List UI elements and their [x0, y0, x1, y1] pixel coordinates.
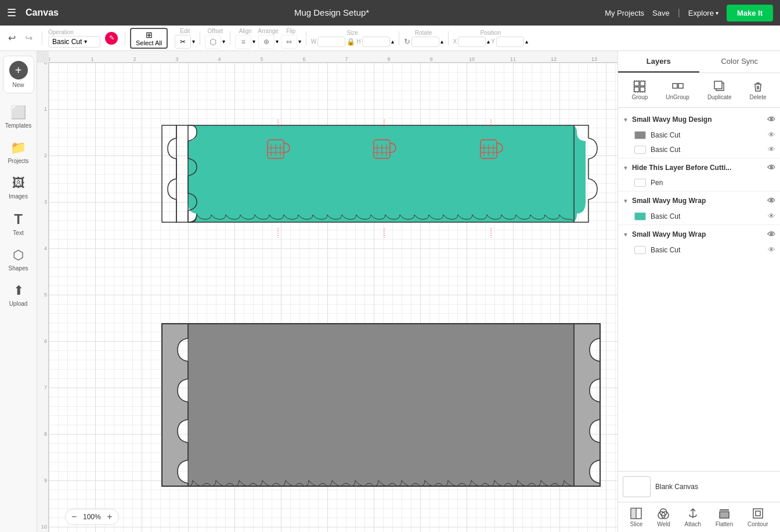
- arrange-button[interactable]: ⊕ ▾: [258, 35, 279, 49]
- eye-icon[interactable]: 👁: [767, 196, 775, 205]
- chevron-down-icon[interactable]: ▾: [252, 38, 255, 45]
- layer-item-basic-cut-1[interactable]: Basic Cut 👁: [618, 128, 780, 142]
- chevron-down-icon: ▼: [623, 198, 629, 204]
- layer-group-header-mug-design[interactable]: ▼ Small Wavy Mug Design 👁: [618, 111, 780, 128]
- redo-button[interactable]: ↪: [21, 30, 36, 46]
- eye-icon[interactable]: 👁: [767, 163, 775, 172]
- sidebar-item-upload[interactable]: ⬆ Upload: [3, 278, 34, 312]
- layer-group-wrap-2: ▼ Small Wavy Mug Wrap 👁 Basic Cut 👁: [618, 226, 780, 257]
- flatten-button[interactable]: Flatten: [716, 507, 734, 527]
- weld-button[interactable]: Weld: [657, 507, 670, 527]
- edit-label: Edit: [180, 28, 190, 34]
- duplicate-button[interactable]: Duplicate: [703, 78, 736, 103]
- eye-icon[interactable]: 👁: [768, 245, 775, 254]
- ungroup-button[interactable]: UnGroup: [661, 78, 694, 103]
- chevron-down-icon[interactable]: ▾: [222, 38, 225, 45]
- align-button[interactable]: ≡ ▾: [235, 35, 255, 49]
- slice-button[interactable]: Slice: [630, 507, 642, 527]
- panel-footer: Slice Weld Attach: [618, 502, 780, 532]
- topbar: ☰ Canvas Mug Design Setup* My Projects S…: [0, 0, 780, 26]
- zoom-in-button[interactable]: +: [107, 512, 112, 522]
- right-panel: Layers Color Sync Group UnGr: [618, 51, 780, 532]
- width-input[interactable]: [317, 37, 345, 47]
- menu-icon[interactable]: ☰: [7, 6, 16, 19]
- delete-button[interactable]: Delete: [745, 78, 771, 103]
- contour-button[interactable]: Contour: [748, 507, 768, 527]
- chevron-down-icon[interactable]: ▾: [276, 38, 279, 45]
- y-input[interactable]: [496, 37, 524, 47]
- duplicate-label: Duplicate: [707, 94, 732, 100]
- tab-layers[interactable]: Layers: [618, 51, 699, 73]
- sidebar-item-projects[interactable]: 📁 Projects: [3, 136, 34, 169]
- ungroup-label: UnGroup: [666, 94, 689, 100]
- sidebar-label-text: Text: [13, 230, 23, 236]
- svg-rect-28: [634, 81, 639, 86]
- svg-rect-39: [631, 508, 636, 519]
- attach-button[interactable]: Attach: [685, 507, 701, 527]
- eye-icon[interactable]: 👁: [767, 230, 775, 239]
- eye-icon[interactable]: 👁: [768, 131, 775, 139]
- layer-group-mug-design: ▼ Small Wavy Mug Design 👁 Basic Cut 👁 Ba…: [618, 111, 780, 157]
- sidebar-item-shapes[interactable]: ⬡ Shapes: [3, 243, 34, 276]
- chevron-down-icon: ▼: [623, 165, 629, 171]
- sidebar-item-templates[interactable]: ⬜ Templates: [3, 100, 34, 133]
- zoom-value: 100%: [80, 513, 103, 521]
- edit-button[interactable]: ✂: [175, 35, 191, 49]
- sidebar-label-upload: Upload: [9, 301, 28, 307]
- explore-button[interactable]: Explore ▾: [688, 9, 718, 17]
- canvas-area[interactable]: 0 1 2 3 4 5 6 7 8 9 10 11 12 13 0 1 2 3 …: [37, 51, 618, 532]
- undo-button[interactable]: ↩: [5, 30, 19, 46]
- layer-item-basic-cut-3[interactable]: Basic Cut 👁: [618, 209, 780, 223]
- height-input[interactable]: [362, 37, 390, 47]
- eye-icon[interactable]: 👁: [768, 212, 775, 220]
- operation-dropdown[interactable]: Basic Cut ▾: [48, 36, 100, 48]
- chevron-down-icon[interactable]: ▾: [192, 38, 195, 45]
- teal-mug-wrap[interactable]: [162, 120, 597, 238]
- zoom-out-button[interactable]: −: [71, 512, 77, 522]
- x-input[interactable]: [458, 37, 486, 47]
- sidebar-item-images[interactable]: 🖼 Images: [3, 171, 34, 204]
- chevron-up-icon[interactable]: ▴: [440, 38, 443, 45]
- sidebar-item-text[interactable]: T Text: [3, 207, 34, 241]
- sidebar-item-new[interactable]: + New: [3, 56, 34, 93]
- layer-item-basic-cut-4[interactable]: Basic Cut 👁: [618, 243, 780, 257]
- panel-bottom: Blank Canvas: [618, 471, 780, 502]
- save-button[interactable]: Save: [652, 9, 670, 17]
- canvas-content[interactable]: − 100% +: [49, 63, 618, 532]
- layer-group-header-wrap-2[interactable]: ▼ Small Wavy Mug Wrap 👁: [618, 226, 780, 243]
- offset-button[interactable]: ⬡ ▾: [205, 35, 225, 49]
- lock-icon[interactable]: 🔒: [346, 38, 355, 46]
- tab-color-sync[interactable]: Color Sync: [699, 51, 781, 73]
- my-projects-link[interactable]: My Projects: [605, 9, 644, 17]
- group-button[interactable]: Group: [627, 78, 653, 103]
- svg-rect-29: [640, 81, 645, 86]
- eye-icon[interactable]: 👁: [767, 115, 775, 124]
- layer-item-pen[interactable]: Pen: [618, 176, 780, 190]
- chevron-down-icon[interactable]: ▾: [298, 38, 301, 45]
- layer-group-header-hide[interactable]: ▼ Hide This Layer Before Cutti... 👁: [618, 160, 780, 176]
- templates-icon: ⬜: [10, 105, 26, 120]
- svg-rect-33: [673, 84, 677, 88]
- projects-icon: 📁: [10, 140, 26, 155]
- chevron-up-icon[interactable]: ▴: [525, 38, 528, 45]
- layer-name-pen: Pen: [651, 179, 775, 187]
- chevron-up-icon[interactable]: ▴: [487, 38, 490, 45]
- chevron-down-icon: ▾: [84, 38, 87, 45]
- edit-color-button[interactable]: ✎: [105, 32, 118, 45]
- make-it-button[interactable]: Make It: [727, 5, 773, 21]
- rotate-input[interactable]: [411, 37, 439, 47]
- layer-item-basic-cut-2[interactable]: Basic Cut 👁: [618, 142, 780, 157]
- panel-tabs: Layers Color Sync: [618, 51, 780, 73]
- flip-button[interactable]: ⇔ ▾: [281, 35, 301, 49]
- gray-mug-wrap[interactable]: [162, 324, 600, 486]
- chevron-down-icon: ▼: [623, 231, 629, 238]
- layer-name-basic-cut-4: Basic Cut: [651, 246, 763, 254]
- chevron-up-icon[interactable]: ▴: [391, 38, 394, 45]
- rotate-icon: ↻: [404, 37, 410, 46]
- svg-rect-45: [753, 509, 763, 518]
- select-all-button[interactable]: ⊞ Select All: [130, 28, 168, 49]
- layer-group-header-wrap-1[interactable]: ▼ Small Wavy Mug Wrap 👁: [618, 193, 780, 209]
- zoom-controls: − 100% +: [65, 509, 119, 525]
- svg-rect-25: [188, 324, 574, 486]
- eye-icon[interactable]: 👁: [768, 145, 775, 154]
